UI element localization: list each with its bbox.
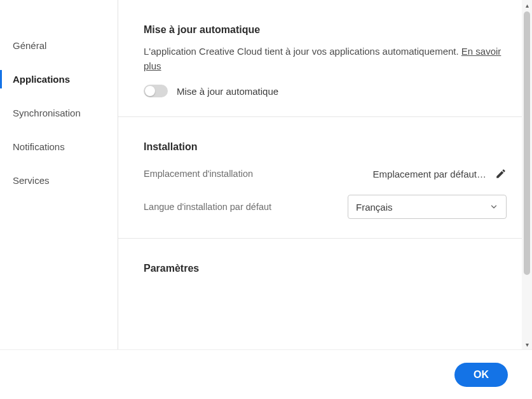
- scroll-thumb[interactable]: [524, 11, 530, 275]
- sidebar-item-notifications[interactable]: Notifications: [0, 130, 118, 164]
- install-location-row: Emplacement d'installation Emplacement p…: [144, 168, 507, 179]
- select-value: Français: [356, 202, 393, 213]
- sidebar-item-label: Général: [13, 40, 46, 51]
- sidebar: Général Applications Synchronisation Not…: [0, 0, 118, 349]
- description-text: L'application Creative Cloud tient à jou…: [144, 46, 461, 57]
- sidebar-item-applications[interactable]: Applications: [0, 62, 118, 96]
- sidebar-item-label: Synchronisation: [13, 108, 81, 118]
- vertical-scrollbar[interactable]: ▴ ▾: [522, 0, 532, 349]
- edit-icon[interactable]: [495, 168, 507, 179]
- section-autoupdate: Mise à jour automatique L'application Cr…: [118, 0, 532, 117]
- install-language-row: Langue d'installation par défaut Françai…: [144, 195, 507, 219]
- sidebar-item-label: Applications: [13, 74, 70, 85]
- scroll-track[interactable]: [522, 10, 532, 339]
- install-language-label: Langue d'installation par défaut: [144, 202, 271, 212]
- install-location-label: Emplacement d'installation: [144, 169, 253, 179]
- install-location-value: Emplacement par défaut…: [373, 168, 507, 179]
- section-installation: Installation Emplacement d'installation …: [118, 117, 532, 239]
- sidebar-item-synchronisation[interactable]: Synchronisation: [0, 96, 118, 130]
- autoupdate-toggle[interactable]: [144, 85, 168, 97]
- section-title: Paramètres: [144, 263, 507, 274]
- autoupdate-toggle-label: Mise à jour automatique: [177, 86, 278, 97]
- sidebar-item-label: Services: [13, 175, 50, 186]
- content-pane: Mise à jour automatique L'application Cr…: [118, 0, 532, 349]
- section-title: Mise à jour automatique: [144, 24, 507, 36]
- chevron-down-icon: [489, 202, 498, 211]
- install-language-select[interactable]: Français: [348, 195, 507, 219]
- ok-button[interactable]: OK: [454, 363, 508, 387]
- scroll-up-arrow[interactable]: ▴: [522, 0, 532, 10]
- sidebar-item-services[interactable]: Services: [0, 164, 118, 197]
- scroll-down-arrow[interactable]: ▾: [522, 339, 532, 349]
- footer: OK: [0, 349, 532, 399]
- sidebar-item-label: Notifications: [13, 141, 65, 152]
- section-settings: Paramètres: [118, 239, 532, 321]
- install-location-text: Emplacement par défaut…: [373, 169, 486, 179]
- autoupdate-toggle-row: Mise à jour automatique: [144, 85, 507, 97]
- sidebar-item-general[interactable]: Général: [0, 29, 118, 62]
- section-title: Installation: [144, 141, 507, 153]
- section-description: L'application Creative Cloud tient à jou…: [144, 45, 507, 73]
